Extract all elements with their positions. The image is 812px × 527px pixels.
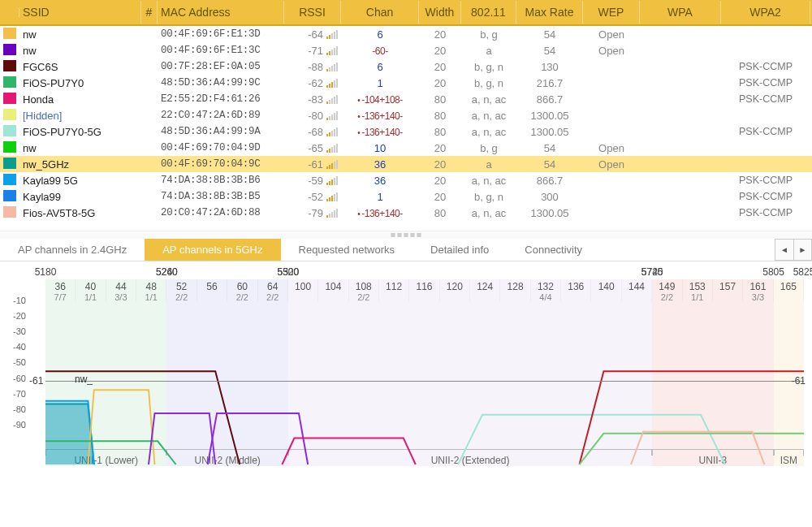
signal-bars-icon: [326, 79, 338, 88]
cell-wpa2: PSK-CCMP: [721, 77, 810, 89]
col-width[interactable]: Width: [419, 1, 461, 24]
cell-chan: 36: [341, 175, 419, 187]
col-ssid[interactable]: SSID: [19, 1, 141, 24]
cell-rssi: -80: [284, 110, 341, 122]
cell-ssid: FiOS-PU7Y0-5G: [19, 126, 141, 138]
col-mac[interactable]: MAC Address: [158, 1, 284, 24]
channel-header: 1082/2: [349, 279, 379, 302]
signal-bars-icon: [326, 144, 338, 153]
signal-bars-icon: [326, 176, 338, 185]
cell-ssid: Kayla99: [19, 191, 141, 203]
channel-header: 120: [440, 279, 470, 302]
cell-ssid: Honda: [19, 93, 141, 106]
cell-std: b, g, n: [461, 61, 516, 73]
tab-scroll-right-button[interactable]: ►: [793, 240, 811, 260]
signal-bars-icon: [326, 46, 338, 55]
col-wpa[interactable]: WPA: [640, 1, 721, 24]
cell-chan: •‑136+140‑: [341, 110, 419, 122]
cell-width: 20: [419, 77, 461, 89]
signal-bars-icon: [326, 160, 338, 169]
network-row[interactable]: nw00:4F:69:6F:E1:3C-71‑60‑20a54Open: [0, 42, 812, 58]
cell-wpa2: PSK-CCMP: [721, 126, 810, 137]
cell-mac: 20:C0:47:2A:6D:88: [158, 207, 284, 218]
tab-5ghz[interactable]: AP channels in 5GHz: [145, 239, 280, 261]
cell-width: 20: [419, 191, 461, 203]
cell-rssi: -79: [284, 207, 341, 219]
channel-header: 1324/4: [531, 279, 561, 302]
color-swatch: [3, 93, 16, 104]
col-rssi[interactable]: RSSI: [284, 1, 341, 24]
pane-splitter[interactable]: [0, 231, 812, 239]
tab-requested[interactable]: Requested networks: [281, 239, 413, 261]
cell-chan: 10: [341, 142, 419, 154]
cell-std: b, g: [461, 142, 516, 154]
cell-mac: 00:4F:69:70:04:9C: [158, 158, 284, 170]
cell-mac: 00:4F:69:70:04:9D: [158, 142, 284, 153]
col-wep[interactable]: WEP: [583, 1, 640, 24]
cell-mac: 48:5D:36:A4:99:9A: [158, 126, 284, 137]
cell-wpa2: PSK-CCMP: [721, 207, 810, 218]
cell-rssi: -68: [284, 126, 341, 138]
network-row[interactable]: Fios-AV5T8-5G20:C0:47:2A:6D:88-79•‑136+1…: [0, 205, 812, 221]
network-row[interactable]: nw00:4F:69:6F:E1:3D-64620b, g54Open: [0, 26, 812, 42]
network-row[interactable]: Kayla99 5G74:DA:38:8B:3B:B6-593620a, n, …: [0, 172, 812, 188]
cell-ssid: nw: [19, 45, 141, 57]
cell-ssid: Fios-AV5T8-5G: [19, 207, 141, 219]
cell-mac: 48:5D:36:A4:99:9C: [158, 77, 284, 89]
cell-rate: 54: [516, 28, 583, 41]
cell-width: 20: [419, 142, 461, 154]
cell-wpa2: PSK-CCMP: [721, 61, 810, 72]
tab-scroll-left-button[interactable]: ◄: [775, 240, 793, 260]
cell-rssi: -65: [284, 142, 341, 154]
cell-rate: 866.7: [516, 175, 583, 187]
col-80211[interactable]: 802.11: [461, 1, 516, 24]
network-row[interactable]: FiOS-PU7Y0-5G48:5D:36:A4:99:9A-68•‑136+1…: [0, 123, 812, 140]
network-row[interactable]: FGC6S00:7F:28:EF:0A:05-88620b, g, n130PS…: [0, 58, 812, 75]
cell-std: a, n, ac: [461, 126, 516, 138]
selected-rssi-line: [45, 381, 804, 382]
cell-mac: E2:55:2D:F4:61:26: [158, 93, 284, 105]
cell-std: a: [461, 45, 516, 57]
tab-connectivity[interactable]: Connectivity: [507, 239, 600, 261]
color-swatch: [3, 190, 16, 201]
cell-rate: 1300.05: [516, 207, 583, 219]
cell-wpa2: PSK-CCMP: [721, 93, 810, 105]
tab-nav: ◄ ►: [775, 239, 812, 261]
tab-24ghz[interactable]: AP channels in 2.4GHz: [0, 239, 145, 261]
signal-bars-icon: [326, 30, 338, 39]
cell-ssid: Kayla99 5G: [19, 175, 141, 187]
cell-std: a, n, ac: [461, 93, 516, 106]
network-row[interactable]: nw00:4F:69:70:04:9D-651020b, g54Open: [0, 140, 812, 156]
channel-header: 128: [500, 279, 530, 302]
cell-rssi: -62: [284, 77, 341, 89]
cell-width: 20: [419, 45, 461, 57]
cell-mac: 00:4F:69:6F:E1:3C: [158, 45, 284, 56]
network-row[interactable]: nw_5GHz00:4F:69:70:04:9C-613620a54Open: [0, 156, 812, 172]
col-hash[interactable]: #: [141, 1, 158, 24]
color-swatch: [3, 76, 16, 88]
cell-chan: 6: [341, 28, 419, 41]
network-row[interactable]: HondaE2:55:2D:F4:61:26-83•‑104+108‑80a, …: [0, 91, 812, 107]
channel-header: 1613/3: [743, 279, 773, 302]
color-swatch: [3, 174, 16, 185]
cell-rate: 216.7: [516, 77, 583, 89]
cell-width: 80: [419, 110, 461, 122]
cell-rate: 54: [516, 158, 583, 171]
network-row[interactable]: FiOS-PU7Y048:5D:36:A4:99:9C-62120b, g, n…: [0, 75, 812, 91]
network-row[interactable]: [Hidden]22:C0:47:2A:6D:89-80•‑136+140‑80…: [0, 107, 812, 123]
channel-header: 56: [197, 279, 227, 302]
tab-detailed[interactable]: Detailed info: [412, 239, 507, 261]
cell-ssid: nw_5GHz: [19, 158, 141, 171]
col-wpa2[interactable]: WPA2: [721, 1, 810, 24]
cell-chan: 36: [341, 158, 419, 171]
col-maxrate[interactable]: Max Rate: [516, 1, 583, 24]
band-label: UNII-1 (Lower): [45, 449, 166, 466]
cell-width: 20: [419, 28, 461, 41]
band-label: UNII-3: [652, 449, 773, 466]
network-row[interactable]: Kayla9974:DA:38:8B:3B:B5-52120b, g, n300…: [0, 188, 812, 205]
cell-chan: •‑136+140‑: [341, 207, 419, 219]
col-chan[interactable]: Chan: [341, 1, 419, 24]
rssi-label-left: -61: [29, 375, 43, 387]
cell-width: 80: [419, 93, 461, 106]
color-swatch: [3, 125, 16, 136]
